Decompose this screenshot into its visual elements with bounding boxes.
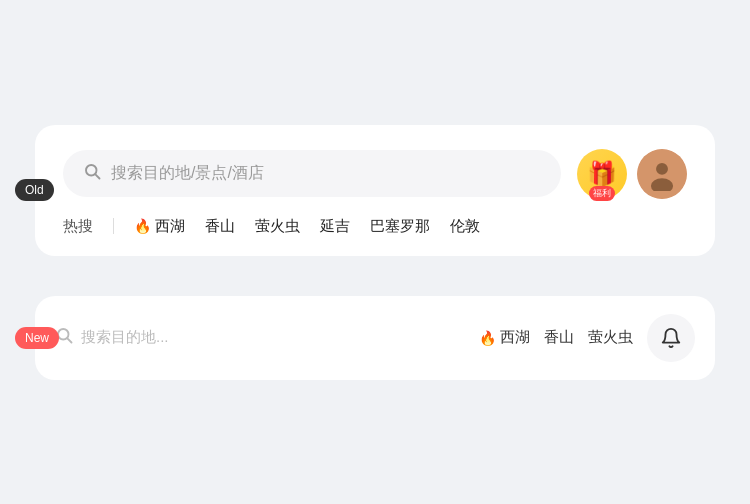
svg-line-1 bbox=[95, 174, 99, 178]
hot-item-yanji[interactable]: 延吉 bbox=[320, 217, 350, 236]
gift-button[interactable]: 🎁 福利 bbox=[577, 149, 627, 199]
old-search-bar[interactable]: 搜索目的地/景点/酒店 bbox=[63, 150, 561, 197]
hot-item-xihu[interactable]: 🔥 西湖 bbox=[134, 217, 185, 236]
old-badge: Old bbox=[15, 179, 54, 201]
hot-item-london[interactable]: 伦敦 bbox=[450, 217, 480, 236]
new-search-bar[interactable]: 搜索目的地... bbox=[55, 326, 465, 349]
hot-item-firefly[interactable]: 萤火虫 bbox=[255, 217, 300, 236]
avatar[interactable] bbox=[637, 149, 687, 199]
hot-item-label: 延吉 bbox=[320, 217, 350, 236]
new-hot-item-firefly[interactable]: 萤火虫 bbox=[588, 328, 633, 347]
hot-item-barcelona[interactable]: 巴塞罗那 bbox=[370, 217, 430, 236]
hot-item-label: 巴塞罗那 bbox=[370, 217, 430, 236]
new-hot-item-xihu[interactable]: 🔥 西湖 bbox=[479, 328, 530, 347]
hot-search-row: 热搜 🔥 西湖 香山 萤火虫 延吉 巴塞罗那 伦敦 bbox=[63, 217, 687, 236]
notification-bell-button[interactable] bbox=[647, 314, 695, 362]
old-top-row: 搜索目的地/景点/酒店 🎁 福利 bbox=[63, 149, 687, 199]
fire-icon: 🔥 bbox=[479, 330, 496, 346]
new-search-placeholder: 搜索目的地... bbox=[81, 328, 169, 347]
old-search-placeholder: 搜索目的地/景点/酒店 bbox=[111, 163, 264, 184]
svg-point-3 bbox=[651, 178, 673, 191]
svg-line-5 bbox=[67, 338, 71, 342]
new-hot-item-label: 西湖 bbox=[500, 328, 530, 347]
fire-icon: 🔥 bbox=[134, 218, 151, 234]
hot-search-label: 热搜 bbox=[63, 217, 93, 236]
new-hot-item-label: 香山 bbox=[544, 328, 574, 347]
hot-item-label: 西湖 bbox=[155, 217, 185, 236]
search-icon bbox=[83, 162, 101, 185]
new-hot-items: 🔥 西湖 香山 萤火虫 bbox=[479, 328, 633, 347]
hot-item-xiangshan[interactable]: 香山 bbox=[205, 217, 235, 236]
divider bbox=[113, 218, 114, 234]
old-icons-group: 🎁 福利 bbox=[577, 149, 687, 199]
avatar-image bbox=[637, 149, 687, 199]
old-design-section: Old 搜索目的地/景点/酒店 🎁 福利 bbox=[35, 125, 715, 256]
svg-point-2 bbox=[656, 162, 668, 174]
hot-item-label: 香山 bbox=[205, 217, 235, 236]
new-hot-item-xiangshan[interactable]: 香山 bbox=[544, 328, 574, 347]
new-hot-item-label: 萤火虫 bbox=[588, 328, 633, 347]
new-design-section: New 搜索目的地... 🔥 西湖 香山 萤火虫 bbox=[35, 296, 715, 380]
new-badge: New bbox=[15, 327, 59, 349]
gift-label: 福利 bbox=[589, 186, 615, 201]
hot-item-label: 萤火虫 bbox=[255, 217, 300, 236]
hot-item-label: 伦敦 bbox=[450, 217, 480, 236]
